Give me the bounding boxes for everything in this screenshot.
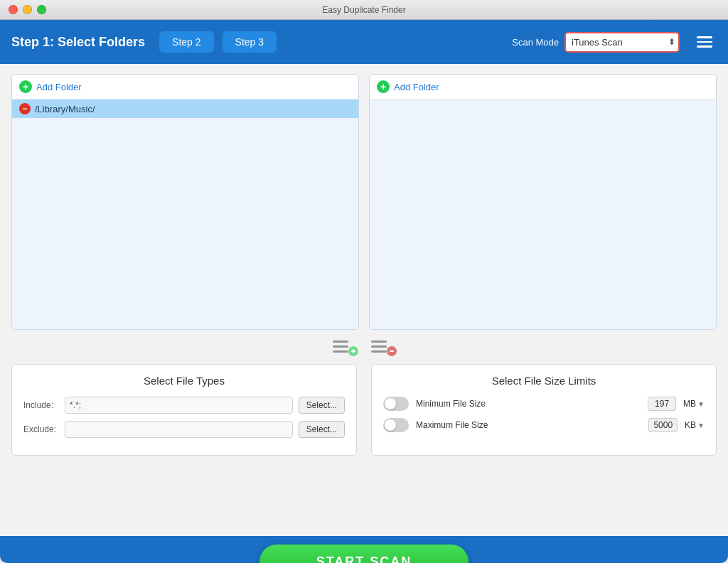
left-add-folder-btn[interactable]: + Add Folder [12,75,358,100]
svg-rect-0 [333,341,348,343]
window-controls [9,5,46,14]
step3-tab[interactable]: Step 3 [223,31,277,53]
start-scan-button[interactable]: START SCAN [259,545,469,563]
svg-rect-10 [390,350,394,352]
svg-rect-7 [371,345,387,348]
menu-line-2 [697,41,712,43]
svg-rect-6 [371,341,387,343]
max-size-toggle[interactable] [383,418,409,432]
right-add-folder-btn[interactable]: + Add Folder [370,75,716,100]
chevron-down-icon: ⬍ [668,37,675,47]
min-size-label: Minimum File Size [416,399,641,409]
file-size-section: Select File Size Limits Minimum File Siz… [371,364,717,456]
left-add-folder-label: Add Folder [36,82,82,92]
menu-line-3 [697,45,712,48]
svg-rect-8 [371,350,387,353]
min-size-row: Minimum File Size 197 MB ▼ [383,397,705,411]
title-bar: Easy Duplicate Finder [0,0,728,20]
include-label: Include: [23,400,59,410]
close-button[interactable] [9,5,18,14]
right-add-folder-label: Add Folder [394,82,439,92]
add-list-button[interactable] [331,337,358,357]
file-types-title: Select File Types [23,375,345,387]
menu-button[interactable] [692,33,717,50]
min-size-toggle[interactable] [383,397,409,411]
remove-list-button[interactable] [370,337,397,357]
exclude-select-button[interactable]: Select... [299,421,345,438]
scan-mode-container: Scan Mode iTunes Scan Standard Scan Musi… [512,32,680,53]
exclude-label: Exclude: [23,424,59,434]
folder-path: /Library/Music/ [35,104,95,114]
svg-rect-5 [353,349,354,353]
minimize-button[interactable] [23,5,32,14]
svg-rect-2 [333,350,348,353]
right-panel-content [370,100,716,329]
include-row: Include: Select... [23,397,345,414]
right-folder-panel: + Add Folder [369,74,717,330]
action-row [11,330,717,360]
max-size-row: Maximum File Size 5000 KB ▼ [383,418,705,432]
step1-label: Step 1: Select Folders [11,35,145,50]
step2-tab[interactable]: Step 2 [159,31,213,53]
main-content: + Add Folder − /Library/Music/ + Add Fol… [0,64,728,536]
include-select-button[interactable]: Select... [299,397,345,414]
scan-area: START SCAN [0,536,728,563]
min-unit-arrow-icon[interactable]: ▼ [697,400,705,408]
folder-panels: + Add Folder − /Library/Music/ + Add Fol… [11,74,717,330]
exclude-input[interactable] [65,421,293,438]
min-size-value: 197 [648,397,676,411]
scan-mode-select[interactable]: iTunes Scan Standard Scan Music Scan Pho… [569,33,668,51]
scan-mode-select-wrapper: iTunes Scan Standard Scan Music Scan Pho… [564,32,680,53]
max-unit-arrow-icon[interactable]: ▼ [697,422,705,429]
add-icon-right: + [377,80,390,93]
file-types-section: Select File Types Include: Select... Exc… [11,364,357,456]
menu-line-1 [697,36,712,38]
list-add-icon [331,337,358,357]
exclude-row: Exclude: Select... [23,421,345,438]
include-input[interactable] [65,397,293,414]
svg-rect-1 [333,345,348,348]
toolbar: Step 1: Select Folders Step 2 Step 3 Sca… [0,20,728,64]
left-panel-content [12,118,358,329]
file-size-title: Select File Size Limits [383,375,705,387]
max-size-unit: KB ▼ [685,420,705,430]
maximize-button[interactable] [37,5,46,14]
max-size-label: Maximum File Size [416,420,641,430]
left-folder-panel: + Add Folder − /Library/Music/ [11,74,359,330]
window-title: Easy Duplicate Finder [322,5,405,15]
remove-folder-icon[interactable]: − [19,103,31,114]
min-size-unit: MB ▼ [683,399,705,409]
scan-mode-label: Scan Mode [512,37,559,48]
add-icon-left: + [19,80,32,93]
list-remove-icon [370,337,397,357]
folder-list-item[interactable]: − /Library/Music/ [12,100,358,118]
file-options-row: Select File Types Include: Select... Exc… [11,364,717,456]
max-size-value: 5000 [648,418,678,432]
